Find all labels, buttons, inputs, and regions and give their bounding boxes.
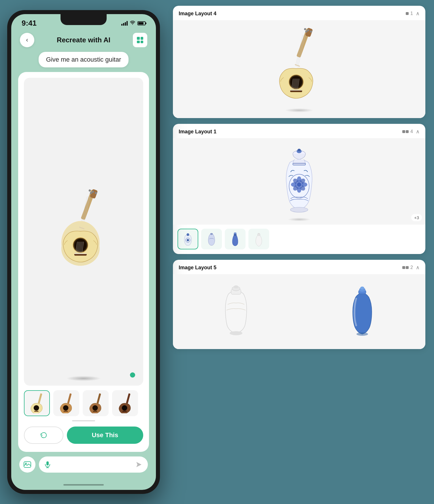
svg-rect-32 [97,393,101,404]
home-bar [63,484,104,486]
send-icon [136,461,142,468]
thumbnail-item-3[interactable] [83,390,109,416]
back-button[interactable]: ‹ [20,33,34,47]
layout-5-right [299,283,425,340]
thumbnail-item-2[interactable] [53,390,79,416]
layout-4-header: Image Layout 4 1 ∧ [173,6,425,20]
layout-4-controls: 1 ∧ [406,10,420,17]
layout-5-image-area [173,274,425,349]
svg-point-30 [63,405,69,411]
nav-bar: ‹ Recreate with AI [11,30,156,52]
wifi-icon [130,21,135,26]
layout-1-vase-image [273,147,325,216]
phone-notch [61,14,107,25]
thumbnail-item-1[interactable] [24,390,50,416]
guitar-image-main [46,189,121,275]
svg-point-96 [356,332,368,336]
layout-5-collapse[interactable]: ∧ [416,264,420,271]
status-icons [121,21,146,26]
svg-point-39 [25,463,27,464]
layout-4-num: 1 [410,11,413,16]
layout-card-5: Image Layout 5 2 ∧ [173,260,425,349]
svg-rect-29 [67,393,71,404]
count-sq [406,266,409,269]
thumbnail-row [24,386,143,418]
chat-area: Give me an acoustic guitar [11,52,156,72]
use-this-label: Use This [92,431,118,439]
status-time: 9:41 [22,19,37,28]
svg-point-0 [132,24,133,24]
mic-icon [45,461,50,468]
scroll-indicator [24,418,143,422]
phone-screen: 9:41 [11,14,156,490]
svg-rect-35 [126,393,130,404]
thumbnail-item-4[interactable] [112,390,138,416]
svg-rect-40 [46,461,49,465]
layout-1-image-area: +3 [173,138,425,225]
home-indicator [11,480,156,490]
image-icon [24,461,31,468]
scroll-bar [72,420,95,421]
svg-point-33 [93,405,98,411]
bottom-bar [11,452,156,480]
signal-icon [121,21,128,26]
layout-1-thumbs [173,225,425,254]
more-badge: +3 [411,214,422,221]
layout-card-4: Image Layout 4 1 ∧ [173,6,425,118]
svg-point-91 [234,285,238,288]
chat-bubble: Give me an acoustic guitar [39,52,129,67]
count-sq [406,130,409,133]
use-this-button[interactable]: Use This [67,427,143,444]
layout-4-image-area [173,20,425,118]
svg-point-84 [210,233,213,235]
svg-point-88 [258,233,260,234]
layout-5-header: Image Layout 5 2 ∧ [173,260,425,274]
image-button[interactable] [19,456,35,473]
svg-point-86 [234,232,236,234]
layout-5-left [173,283,299,340]
guitar-shadow [66,376,101,381]
status-dot [130,372,135,378]
nav-title: Recreate with AI [57,36,110,44]
content-card: Use This [18,72,149,452]
reset-button[interactable] [24,427,63,444]
svg-rect-31 [64,411,68,412]
count-sq [402,130,405,133]
layout-5-white-vase [217,283,255,340]
layout-4-shadow [285,108,314,112]
svg-point-36 [122,405,127,411]
svg-rect-26 [38,393,42,404]
layout-5-num: 2 [410,265,413,270]
count-squares-5 [402,266,409,269]
svg-point-92 [230,331,242,335]
layout-4-title: Image Layout 4 [179,11,216,17]
svg-rect-28 [34,411,39,412]
svg-point-83 [187,239,189,241]
count-sq [406,12,409,15]
layout-4-collapse[interactable]: ∧ [416,10,420,17]
grid-icon [137,37,143,43]
count-squares-4 [406,12,409,15]
guitar-display [24,78,143,386]
layout-thumb-1[interactable] [178,229,198,249]
svg-point-95 [360,287,364,289]
svg-point-67 [298,149,301,151]
layout-card-1: Image Layout 1 4 ∧ [173,124,425,254]
svg-point-27 [34,405,39,411]
action-buttons: Use This [24,422,143,446]
layout-1-num: 4 [410,129,413,134]
layout-5-count: 2 [402,265,413,270]
layout-1-collapse[interactable]: ∧ [416,128,420,135]
svg-point-80 [290,207,308,212]
layout-thumb-3[interactable] [225,229,246,249]
grid-button[interactable] [133,33,147,47]
svg-point-81 [186,233,189,236]
count-squares-1 [402,130,409,133]
layout-1-shadow [288,218,311,221]
svg-rect-37 [122,411,127,412]
layout-thumb-2[interactable] [201,229,222,249]
text-input-bar[interactable] [39,456,148,473]
svg-rect-64 [295,64,300,67]
right-panel: Image Layout 4 1 ∧ [167,0,434,504]
layout-thumb-4[interactable] [248,229,269,249]
